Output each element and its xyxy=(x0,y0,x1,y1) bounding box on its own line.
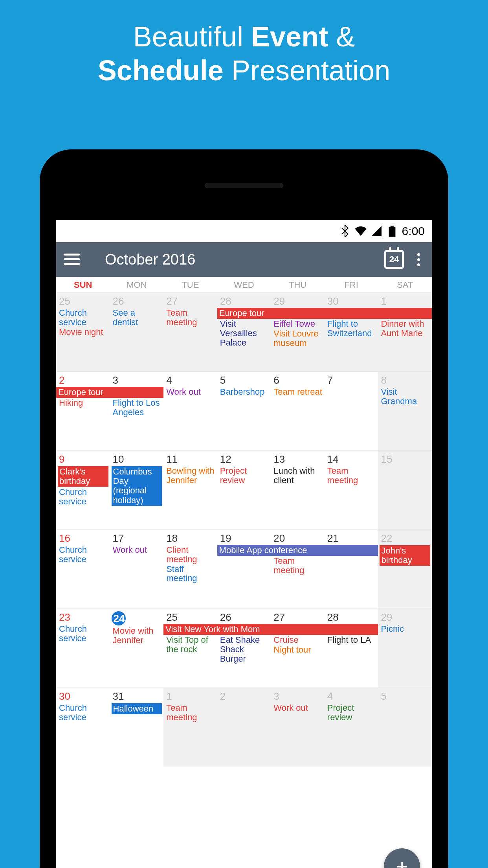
calendar-cell[interactable]: 2Hiking xyxy=(56,372,110,451)
calendar-cell[interactable]: 4Project review xyxy=(325,688,378,767)
event[interactable]: Barbershop xyxy=(219,387,270,397)
calendar-cell[interactable]: 8Visit Grandma xyxy=(378,372,432,451)
calendar-cell[interactable]: 10Columbus Day (regional holiday) xyxy=(110,451,164,530)
event-badge[interactable]: Columbus Day (regional holiday) xyxy=(112,466,162,506)
event[interactable]: Church service xyxy=(58,545,108,564)
calendar-cell[interactable]: 25Church serviceMovie night xyxy=(56,293,110,371)
event[interactable]: Team retreat xyxy=(272,387,323,397)
status-bar: 6:00 xyxy=(56,220,432,242)
today-icon[interactable]: 24 xyxy=(384,250,404,269)
event[interactable]: Church service xyxy=(58,308,108,327)
event[interactable]: Church service xyxy=(58,703,108,722)
calendar-cell[interactable]: 1Dinner with Aunt Marie xyxy=(378,293,432,371)
event[interactable]: Bowling with Jennifer xyxy=(165,466,216,485)
day-header-tue: TUE xyxy=(163,277,217,292)
calendar-cell[interactable]: 1Team meeting xyxy=(163,688,217,767)
calendar-cell[interactable]: 19 xyxy=(217,530,271,609)
calendar-cell[interactable]: 3Work out xyxy=(271,688,325,767)
calendar-cell[interactable]: 26Eat Shake Shack Burger xyxy=(217,609,271,688)
event[interactable]: Team meeting xyxy=(272,556,323,575)
calendar-cell[interactable]: 11Bowling with Jennifer xyxy=(163,451,217,530)
app-title[interactable]: October 2016 xyxy=(89,251,375,268)
event-badge[interactable]: John's birthday xyxy=(380,545,430,566)
event[interactable]: Visit Grandma xyxy=(380,387,430,406)
event[interactable]: Picnic xyxy=(380,624,430,634)
event[interactable]: Movie night xyxy=(58,327,108,337)
event[interactable]: Night tour xyxy=(272,645,323,655)
calendar-cell[interactable]: 14Team meeting xyxy=(325,451,378,530)
event-badge[interactable]: Halloween xyxy=(112,703,162,714)
event[interactable]: Hiking xyxy=(58,398,108,408)
event[interactable]: Team meeting xyxy=(165,703,216,722)
event[interactable]: Staff meeting xyxy=(165,565,216,583)
event-band[interactable]: Mobile App conference xyxy=(217,545,378,556)
calendar-cell[interactable]: 18Client meetingStaff meeting xyxy=(163,530,217,609)
event[interactable]: See a dentist xyxy=(112,308,162,327)
calendar-cell[interactable]: 2 xyxy=(217,688,271,767)
event[interactable]: Church service xyxy=(58,624,108,643)
menu-icon[interactable] xyxy=(64,254,80,265)
event-badge[interactable]: Clark's birthday xyxy=(58,466,108,487)
calendar-cell[interactable]: 20Team meeting xyxy=(271,530,325,609)
calendar-cell[interactable]: 30Church service xyxy=(56,688,110,767)
calendar-cell[interactable]: 13Lunch with client xyxy=(271,451,325,530)
calendar-cell[interactable]: 29Eiffel ToweVisit Louvre museum xyxy=(271,293,325,371)
calendar-cell[interactable]: 4Work out xyxy=(163,372,217,451)
event[interactable]: Team meeting xyxy=(165,308,216,327)
svg-rect-0 xyxy=(389,227,395,237)
calendar-cell[interactable]: 29Picnic xyxy=(378,609,432,688)
calendar-cell[interactable]: 5 xyxy=(378,688,432,767)
calendar-cell[interactable]: 23Church service xyxy=(56,609,110,688)
calendar-week: 30Church service31Halloween1Team meeting… xyxy=(56,688,432,767)
event[interactable]: Flight to Switzerland xyxy=(326,319,377,338)
calendar-cell[interactable]: 6Team retreat xyxy=(271,372,325,451)
add-button[interactable]: + xyxy=(384,848,420,868)
calendar-cell[interactable]: 31Halloween xyxy=(110,688,164,767)
date-number: 30 xyxy=(326,295,377,307)
calendar-cell[interactable]: 21 xyxy=(325,530,378,609)
calendar-cell[interactable]: 16Church service xyxy=(56,530,110,609)
event[interactable]: Lunch with client xyxy=(272,466,323,485)
event[interactable]: Eat Shake Shack Burger xyxy=(219,635,270,663)
calendar-cell[interactable]: 28Visit Versailles Palace xyxy=(217,293,271,371)
event[interactable]: Visit Top of the rock xyxy=(165,635,216,654)
event[interactable]: Flight to LA xyxy=(326,635,377,645)
event[interactable]: Dinner with Aunt Marie xyxy=(380,319,430,338)
calendar-cell[interactable]: 22John's birthday xyxy=(378,530,432,609)
event[interactable]: Work out xyxy=(165,387,216,397)
calendar-cell[interactable]: 24Movie with Jennifer xyxy=(110,609,164,688)
event[interactable]: Visit Versailles Palace xyxy=(219,319,270,347)
event[interactable]: Eiffel Towe xyxy=(272,319,323,329)
event[interactable]: Cruise xyxy=(272,635,323,645)
event-band[interactable]: Visit New York with Mom xyxy=(163,624,378,635)
event[interactable]: Church service xyxy=(58,487,108,506)
event[interactable]: Project review xyxy=(219,466,270,485)
event[interactable]: Client meeting xyxy=(165,545,216,564)
calendar-cell[interactable]: 27CruiseNight tour xyxy=(271,609,325,688)
calendar-cell[interactable]: 3Flight to Los Angeles xyxy=(110,372,164,451)
event[interactable]: Movie with Jennifer xyxy=(112,626,162,645)
date-number: 2 xyxy=(219,690,270,702)
event-band[interactable]: Europe tour xyxy=(56,387,163,398)
event[interactable]: Team meeting xyxy=(326,466,377,485)
phone-speaker xyxy=(205,183,283,188)
calendar-cell[interactable]: 26See a dentist xyxy=(110,293,164,371)
date-number: 5 xyxy=(219,374,270,386)
calendar-cell[interactable]: 27Team meeting xyxy=(163,293,217,371)
calendar-cell[interactable]: 12Project review xyxy=(217,451,271,530)
calendar-cell[interactable]: 28Flight to LA xyxy=(325,609,378,688)
event-band[interactable]: Europe tour xyxy=(217,308,432,319)
event[interactable]: Visit Louvre museum xyxy=(272,329,323,348)
more-icon[interactable] xyxy=(413,253,424,266)
calendar-cell[interactable]: 9Clark's birthdayChurch service xyxy=(56,451,110,530)
event[interactable]: Work out xyxy=(112,545,162,555)
calendar-cell[interactable]: 17Work out xyxy=(110,530,164,609)
calendar-cell[interactable]: 25Visit Top of the rock xyxy=(163,609,217,688)
calendar-cell[interactable]: 15 xyxy=(378,451,432,530)
event[interactable]: Flight to Los Angeles xyxy=(112,398,162,417)
event[interactable]: Project review xyxy=(326,703,377,722)
calendar-cell[interactable]: 7 xyxy=(325,372,378,451)
calendar-cell[interactable]: 30Flight to Switzerland xyxy=(325,293,378,371)
calendar-cell[interactable]: 5Barbershop xyxy=(217,372,271,451)
event[interactable]: Work out xyxy=(272,703,323,713)
